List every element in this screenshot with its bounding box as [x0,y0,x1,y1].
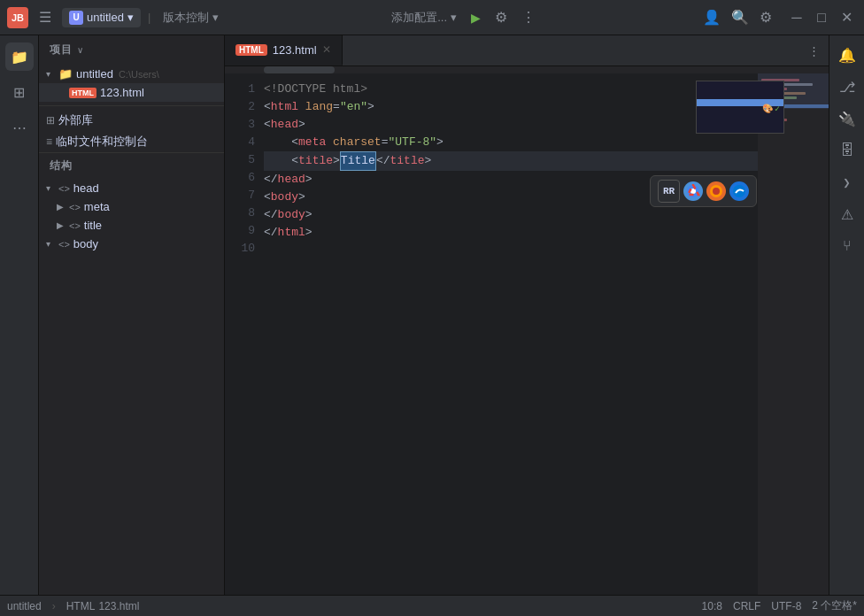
editor-area: HTML 123.html ✕ ⋮ 1 2 3 4 5 6 7 8 9 10 [225,35,829,595]
struct-item-title[interactable]: ▶ <> title [39,216,224,235]
git-branch-icon[interactable]: ⎇ [835,74,860,99]
code-line-1: <!DOCTYPE html> [264,81,758,98]
statusbar-encoding-label: UTF-8 [771,600,801,612]
minimize-button[interactable]: ─ [786,7,807,28]
project-icon: U [69,11,83,25]
minimap [758,73,829,595]
edge-icon[interactable] [729,181,749,201]
folder-path: C:\Users\ [119,69,159,80]
statusbar-encoding[interactable]: UTF-8 [771,600,801,612]
statusbar-position[interactable]: 10:8 [702,600,722,612]
window-controls: ─ □ ✕ [786,7,857,28]
head-tag-icon: <> [58,183,70,194]
statusbar-indent[interactable]: 2 个空格* [812,598,857,613]
more-tabs-icon[interactable]: ⋮ [799,44,829,58]
temp-files-item[interactable]: ≡ 临时文件和控制台 [39,131,224,152]
horizontal-scrollbar[interactable] [225,66,829,73]
statusbar-project[interactable]: untitled [7,600,42,612]
bell-icon[interactable]: 🔔 [835,42,860,67]
add-user-icon[interactable]: 👤 [703,9,721,26]
svg-point-3 [713,188,720,195]
sidebar-blocks-icon[interactable]: ⊞ [5,78,34,106]
head-chevron-icon: ▾ [46,183,55,193]
sidebar-more-icon[interactable]: ⋯ [5,113,34,142]
sidebar-folder-icon[interactable]: 📁 [5,42,34,71]
temp-files-icon: ≡ [46,135,52,148]
meta-chevron-icon: ▶ [57,202,66,212]
temp-files-label: 临时文件和控制台 [56,134,148,150]
title-tag-icon: <> [69,220,81,231]
html-file-badge: HTML [69,88,96,98]
tree-item-untitled[interactable]: ▾ 📁 untitled C:\Users\ [39,65,224,83]
run-button[interactable]: ▶ [471,11,481,25]
untitled-folder-label: untitled [76,67,113,81]
tree-item-123html[interactable]: HTML 123.html [39,83,224,102]
add-config-button[interactable]: 添加配置... ▾ [391,10,457,26]
struct-item-meta[interactable]: ▶ <> meta [39,197,224,216]
code-line-10: </html> [264,224,758,242]
line-numbers: 1 2 3 4 5 6 7 8 9 10 [225,73,264,595]
close-tab-icon[interactable]: ✕ [322,43,331,56]
struct-meta-label: meta [84,200,110,213]
statusbar-filename: 123.html [98,600,139,612]
statusbar-file[interactable]: HTML 123.html [66,600,140,612]
rr-badge[interactable]: RR [658,180,680,203]
sidebar-divider [39,105,224,106]
project-panel-chevron-icon: ∨ [77,45,83,55]
project-panel-header[interactable]: 项目 ∨ [39,35,224,65]
statusbar-line-ending[interactable]: CRLF [733,600,760,612]
terminal-icon[interactable]: ❯ [835,170,860,195]
editor-popup-toolbar: RR [650,175,757,207]
project-button[interactable]: U untitled ▾ [62,8,141,27]
code-line-3: <head> [264,116,758,134]
external-lib-item[interactable]: ⊞ 外部库 [39,110,224,131]
firefox-icon[interactable] [706,181,726,201]
main-area: 📁 ⊞ ⋯ 项目 ∨ ▾ 📁 untitled C:\Users\ HTML 1… [0,35,864,595]
toolbar-more-icon[interactable]: ⋮ [521,9,536,26]
struct-head-label: head [73,181,99,195]
settings-icon[interactable]: ⚙ [760,9,772,26]
preview-palette-icon[interactable]: 🎨 [762,101,773,119]
sidebar: 项目 ∨ ▾ 📁 untitled C:\Users\ HTML 123.htm… [39,35,225,595]
tab-123html[interactable]: HTML 123.html ✕ [225,35,343,65]
scrollbar-thumb[interactable] [264,66,335,73]
center-toolbar: 添加配置... ▾ ▶ ⚙ ⋮ [231,9,696,26]
database-icon[interactable]: 🗄 [835,138,860,163]
version-label: 版本控制 [163,10,209,26]
hamburger-menu[interactable]: ☰ [35,5,55,29]
build-settings-icon[interactable]: ⚙ [495,9,507,26]
search-icon[interactable]: 🔍 [731,9,749,26]
struct-item-head[interactable]: ▾ <> head [39,179,224,197]
code-line-2: <html lang="en"> [264,98,758,116]
close-button[interactable]: ✕ [836,7,857,28]
file-tree: ▾ 📁 untitled C:\Users\ HTML 123.html [39,65,224,102]
mini-preview: 🎨 ✓ [696,81,784,134]
statusbar-separator: › [52,600,56,612]
maximize-button[interactable]: □ [811,7,832,28]
folder-icon: 📁 [58,67,73,81]
code-line-4: <meta charset="UTF-8"> [264,134,758,151]
code-line-5: <title>Title</title> [264,151,758,171]
titlebar-right-actions: 👤 🔍 ⚙ [703,9,772,26]
preview-check-icon[interactable]: ✓ [775,101,780,119]
right-panel: 🔔 ⎇ 🔌 🗄 ❯ ⚠ ⑂ [829,35,864,595]
warning-icon[interactable]: ⚠ [835,202,860,227]
git-icon[interactable]: ⑂ [835,234,860,258]
status-bar: untitled › HTML 123.html 10:8 CRLF UTF-8… [0,595,864,616]
struct-item-body[interactable]: ▾ <> body [39,235,224,253]
tab-html-badge: HTML [235,44,267,56]
version-chevron-icon: ▾ [212,11,219,24]
code-editor[interactable]: 1 2 3 4 5 6 7 8 9 10 <!DOCTYPE html> <ht… [225,73,829,595]
version-control-button[interactable]: 版本控制 ▾ [158,7,224,28]
code-content[interactable]: <!DOCTYPE html> <html lang="en"> <head> … [264,73,758,595]
chrome-icon[interactable] [683,181,703,201]
plugin-icon[interactable]: 🔌 [835,106,860,131]
activity-bar: 📁 ⊞ ⋯ [0,35,39,595]
statusbar-crlf-label: CRLF [733,600,760,612]
code-line-9: </body> [264,206,758,224]
tab-bar: HTML 123.html ✕ ⋮ [225,35,829,66]
statusbar-html-badge: HTML [66,600,96,612]
statusbar-project-label: untitled [7,600,42,612]
meta-tag-icon: <> [69,202,81,212]
file-label: 123.html [100,86,144,99]
